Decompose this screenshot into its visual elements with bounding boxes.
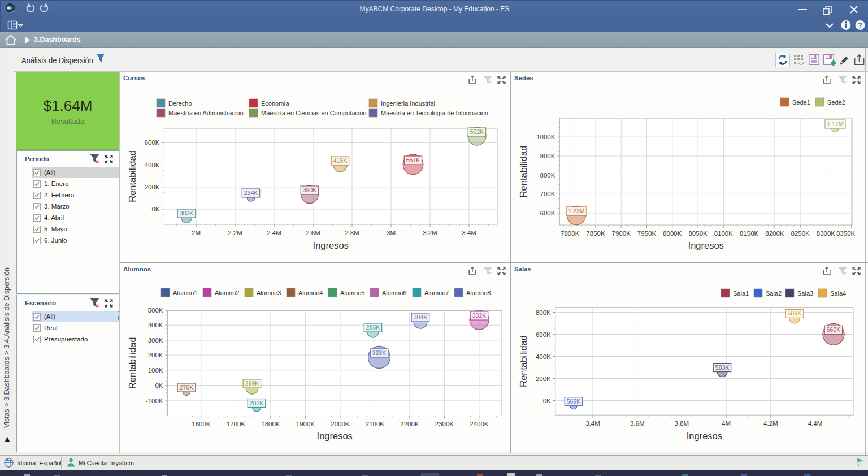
svg-text:Rentabilidad: Rentabilidad — [127, 150, 137, 202]
svg-text:3.2M: 3.2M — [423, 230, 437, 236]
svg-text:2.6M: 2.6M — [306, 230, 320, 236]
svg-text:3.8M: 3.8M — [675, 420, 689, 427]
svg-text:2.8M: 2.8M — [345, 230, 359, 236]
svg-text:0K: 0K — [151, 206, 159, 213]
svg-text:600K: 600K — [536, 331, 551, 338]
svg-text:7850K: 7850K — [586, 230, 605, 237]
svg-text:400K: 400K — [148, 322, 163, 328]
svg-text:502K: 502K — [470, 128, 484, 135]
svg-text:Rentabilidad: Rentabilidad — [518, 335, 528, 387]
svg-text:285K: 285K — [366, 324, 380, 331]
svg-text:8250K: 8250K — [791, 230, 810, 237]
svg-text:660K: 660K — [827, 326, 841, 333]
svg-text:Alumno1: Alumno1 — [173, 289, 197, 296]
svg-text:500K: 500K — [148, 307, 163, 314]
svg-text:2300K: 2300K — [435, 421, 454, 427]
svg-text:700K: 700K — [540, 191, 555, 197]
svg-text:303K: 303K — [180, 210, 194, 217]
svg-text:4.4M: 4.4M — [808, 420, 823, 427]
svg-text:Alumnos: Alumnos — [123, 266, 151, 272]
svg-text:-100K: -100K — [146, 397, 163, 404]
svg-text:3M: 3M — [387, 230, 396, 236]
svg-text:1900K: 1900K — [296, 421, 315, 427]
svg-text:300K: 300K — [148, 337, 163, 344]
svg-text:Ingresos: Ingresos — [687, 431, 722, 441]
svg-text:Alumno3: Alumno3 — [257, 289, 281, 296]
svg-text:Derecho: Derecho — [168, 100, 192, 107]
svg-text:2200K: 2200K — [400, 421, 419, 427]
svg-text:Rentabilidad: Rentabilidad — [518, 146, 528, 198]
svg-text:Sala3: Sala3 — [797, 290, 813, 297]
svg-text:1.17M: 1.17M — [827, 120, 843, 127]
svg-text:8100K: 8100K — [714, 230, 734, 237]
svg-text:600K: 600K — [540, 210, 555, 217]
svg-text:800K: 800K — [536, 309, 551, 316]
svg-text:Alumno7: Alumno7 — [424, 289, 449, 296]
svg-text:Alumno8: Alumno8 — [466, 289, 491, 296]
svg-text:328K: 328K — [372, 349, 387, 356]
svg-text:Rentabilidad: Rentabilidad — [127, 337, 137, 390]
svg-text:Maestría en Ciencias en Comput: Maestría en Ciencias en Computación — [261, 110, 366, 116]
svg-text:1800K: 1800K — [261, 421, 280, 427]
svg-text:2000K: 2000K — [331, 421, 350, 427]
svg-text:Alumno4: Alumno4 — [298, 289, 323, 296]
svg-text:1600K: 1600K — [192, 421, 211, 427]
svg-text:Alumno2: Alumno2 — [215, 289, 239, 296]
svg-text:8050K: 8050K — [688, 230, 708, 237]
svg-text:282K: 282K — [250, 400, 264, 406]
svg-text:8150K: 8150K — [740, 230, 759, 237]
svg-text:304K: 304K — [414, 314, 428, 321]
svg-text:1.23M: 1.23M — [568, 207, 584, 214]
svg-text:900K: 900K — [540, 153, 555, 159]
svg-text:400K: 400K — [145, 162, 160, 168]
svg-text:2.4M: 2.4M — [267, 230, 281, 236]
svg-text:Sala2: Sala2 — [766, 290, 782, 297]
svg-text:200K: 200K — [148, 352, 163, 358]
svg-text:3.4M: 3.4M — [462, 230, 476, 236]
svg-text:Cursos: Cursos — [123, 75, 146, 81]
svg-text:Sede2: Sede2 — [827, 99, 845, 106]
svg-text:Maestría en Administración: Maestría en Administración — [168, 110, 244, 116]
svg-text:390K: 390K — [303, 187, 317, 193]
svg-text:1700K: 1700K — [227, 421, 246, 427]
svg-text:299K: 299K — [245, 380, 259, 387]
svg-text:Ingresos: Ingresos — [317, 431, 353, 441]
svg-text:589K: 589K — [788, 310, 802, 317]
svg-text:4M: 4M — [722, 420, 731, 427]
svg-text:583K: 583K — [715, 364, 730, 371]
svg-text:332K: 332K — [472, 312, 487, 319]
svg-text:Sedes: Sedes — [514, 75, 533, 81]
svg-text:400K: 400K — [536, 353, 551, 360]
svg-text:8300K: 8300K — [817, 230, 836, 237]
svg-text:557K: 557K — [406, 157, 420, 163]
svg-text:Alumno6: Alumno6 — [382, 289, 406, 296]
svg-text:1000K: 1000K — [536, 133, 555, 140]
svg-text:600K: 600K — [145, 139, 160, 146]
svg-text:Ingresos: Ingresos — [313, 240, 349, 250]
svg-text:Salas: Salas — [514, 266, 531, 272]
svg-text:569K: 569K — [567, 398, 581, 405]
svg-text:Sede1: Sede1 — [792, 99, 810, 106]
svg-text:270K: 270K — [180, 384, 194, 391]
svg-text:Ingresos: Ingresos — [688, 240, 724, 250]
svg-text:Sala1: Sala1 — [733, 290, 749, 297]
svg-text:415K: 415K — [333, 157, 348, 164]
svg-text:200K: 200K — [145, 184, 160, 191]
svg-text:?: ? — [858, 21, 862, 29]
svg-text:7950K: 7950K — [637, 230, 657, 237]
svg-text:Ingenieria Industrial: Ingenieria Industrial — [381, 100, 435, 107]
svg-text:Sala4: Sala4 — [830, 290, 846, 297]
svg-text:3.6M: 3.6M — [630, 420, 645, 427]
svg-text:7900K: 7900K — [612, 230, 631, 237]
svg-text:3.4M: 3.4M — [585, 420, 600, 427]
svg-text:2100K: 2100K — [366, 421, 385, 427]
svg-text:7800K: 7800K — [561, 230, 580, 237]
svg-text:8200K: 8200K — [765, 230, 784, 237]
svg-text:0K: 0K — [543, 397, 551, 404]
svg-text:8000K: 8000K — [663, 230, 682, 237]
svg-text:100K: 100K — [148, 367, 163, 374]
svg-text:200K: 200K — [536, 375, 551, 382]
svg-text:0K: 0K — [155, 382, 163, 389]
svg-text:Economía: Economía — [261, 100, 289, 107]
svg-text:2M: 2M — [192, 230, 201, 236]
